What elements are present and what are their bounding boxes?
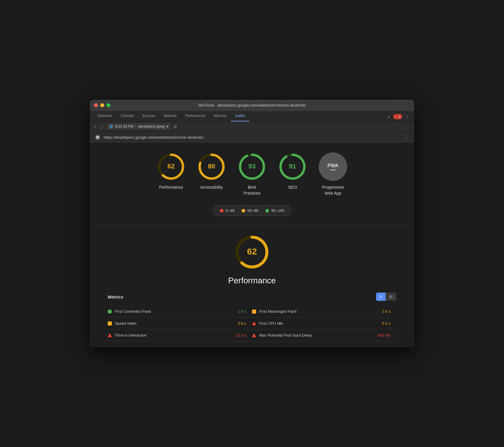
fcp-label: First Contentful Paint xyxy=(115,309,151,314)
metric-cell: First CPU Idle 6.5 s xyxy=(252,318,396,329)
gauge-svg-accessibility: 80 xyxy=(197,152,226,181)
page-favicon: 🌐 xyxy=(109,124,113,129)
gauge-label-accessibility: Accessibility xyxy=(200,185,223,190)
more-tabs-button[interactable]: » xyxy=(386,114,391,120)
tab-console[interactable]: Console xyxy=(117,111,138,121)
audits-panel: 62 Performance 80 Accessibility xyxy=(90,143,414,225)
mpfid-value: 400 ms xyxy=(378,333,396,337)
settings-icon[interactable]: ⊘ xyxy=(173,124,177,129)
gauge-label-best-practices: BestPractices xyxy=(243,185,261,196)
window-title: DevTools - developers.google.com/web/too… xyxy=(198,103,306,107)
toggle-list-btn[interactable]: ≡ xyxy=(376,293,386,301)
metric-cell: Speed Index 3.9 s xyxy=(108,318,252,329)
metric-item-si: Speed Index 3.9 s xyxy=(108,321,252,326)
gauge-label-pwa: ProgressiveWeb App xyxy=(322,185,344,196)
perf-big-gauge: 62 xyxy=(234,234,270,271)
view-toggle: ≡ ⊞ xyxy=(376,293,396,301)
table-row: Speed Index 3.9 s First CPU Idle 6.5 s xyxy=(108,318,396,329)
legend-label-orange: 50–89 xyxy=(248,208,258,213)
pwa-circle: PWA xyxy=(319,152,347,181)
gauges-row: 62 Performance 80 Accessibility xyxy=(157,152,347,196)
metric-item-tti: Time to Interactive 10.3 s xyxy=(108,333,252,337)
address-bar-area: ⊹ ⬚ 🌐 9:01:34 PM - developers.goog ▾ ⊘ xyxy=(90,122,414,132)
metric-cell: Time to Interactive 10.3 s xyxy=(108,329,252,341)
tab-sources[interactable]: Sources xyxy=(138,111,159,121)
close-button[interactable] xyxy=(94,103,98,107)
maximize-button[interactable] xyxy=(107,103,110,107)
legend-item-green: 90–100 xyxy=(265,208,284,213)
tab-network[interactable]: Network xyxy=(159,111,181,121)
list-icon: ≡ xyxy=(380,294,382,299)
devtools-more-btn[interactable]: ⋮ xyxy=(404,134,409,141)
fmp-value: 2.6 s xyxy=(382,309,396,314)
device-toolbar-icon[interactable]: ⬚ xyxy=(100,124,104,129)
fcp-icon xyxy=(108,310,112,314)
error-icon: ✕ xyxy=(395,115,398,119)
devtools-url-bar: 🅐 https://developers.google.com/web/tool… xyxy=(90,132,414,143)
grid-icon: ⊞ xyxy=(389,294,393,299)
gauge-accessibility: 80 Accessibility xyxy=(197,152,226,196)
tab-memory[interactable]: Memory xyxy=(210,111,231,121)
perf-detail: 62 Performance Metrics ≡ ⊞ xyxy=(90,225,414,347)
perf-section-title: Performance xyxy=(228,276,276,285)
fmp-icon xyxy=(252,310,256,314)
svg-text:80: 80 xyxy=(208,162,215,170)
toggle-grid-btn[interactable]: ⊞ xyxy=(386,293,396,301)
browser-window: DevTools - developers.google.com/web/too… xyxy=(90,100,414,347)
gauge-pwa: PWA ProgressiveWeb App xyxy=(319,152,347,196)
traffic-lights xyxy=(94,103,110,107)
devtools-tabs: Elements Console Sources Network Perform… xyxy=(93,111,386,121)
tab-bar-icons: » ✕ 2 ⋮ xyxy=(386,114,411,121)
url-display: 🌐 9:01:34 PM - developers.goog ▾ xyxy=(107,124,170,129)
error-count: 2 xyxy=(399,115,400,118)
legend-item-orange: 50–89 xyxy=(242,208,258,213)
legend-dot-red xyxy=(220,209,223,212)
gauge-label-seo: SEO xyxy=(288,185,297,190)
legend-item-red: 0–49 xyxy=(220,208,234,213)
legend-label-red: 0–49 xyxy=(226,208,234,213)
metric-item-fci: First CPU Idle 6.5 s xyxy=(252,321,396,326)
tab-audits[interactable]: Audits xyxy=(231,111,249,121)
metrics-section: Metrics ≡ ⊞ xyxy=(90,293,414,341)
fci-value: 6.5 s xyxy=(382,321,396,326)
legend: 0–49 50–89 90–100 xyxy=(212,205,292,216)
svg-text:91: 91 xyxy=(289,162,296,170)
legend-dot-orange xyxy=(242,209,245,212)
devtools-menu-button[interactable]: ⋮ xyxy=(404,114,411,120)
svg-text:62: 62 xyxy=(247,246,257,256)
legend-dot-green xyxy=(265,209,269,212)
table-row: First Contentful Paint 1.9 s First Meani… xyxy=(108,306,396,318)
metrics-title: Metrics xyxy=(108,294,123,299)
minimize-button[interactable] xyxy=(100,103,104,107)
si-label: Speed Index xyxy=(115,321,137,326)
error-badge[interactable]: ✕ 2 xyxy=(393,114,402,119)
tab-performance[interactable]: Performance xyxy=(181,111,210,121)
fci-label: First CPU Idle xyxy=(259,321,283,326)
gauge-svg-best-practices: 93 xyxy=(238,152,266,181)
si-icon xyxy=(108,321,112,326)
svg-text:62: 62 xyxy=(168,162,175,170)
gauge-label-performance: Performance xyxy=(159,185,183,190)
pwa-dash xyxy=(330,170,336,170)
fci-icon xyxy=(252,321,256,325)
pwa-label: PWA xyxy=(328,163,338,168)
title-bar: DevTools - developers.google.com/web/too… xyxy=(90,100,414,111)
inspect-icon[interactable]: ⊹ xyxy=(93,124,97,129)
tab-elements[interactable]: Elements xyxy=(93,111,117,121)
gauge-svg-seo: 91 xyxy=(278,152,307,181)
mpfid-label: Max Potential First Input Delay xyxy=(259,333,312,337)
tti-label: Time to Interactive xyxy=(115,333,146,337)
metrics-table: First Contentful Paint 1.9 s First Meani… xyxy=(108,306,396,341)
mpfid-icon xyxy=(252,333,256,337)
metric-item-mpfid: Max Potential First Input Delay 400 ms xyxy=(252,333,396,337)
tti-value: 10.3 s xyxy=(236,333,252,337)
big-gauge-svg: 62 xyxy=(234,234,270,270)
gauge-performance: 62 Performance xyxy=(157,152,185,196)
main-content: 🅐 https://developers.google.com/web/tool… xyxy=(90,132,414,347)
url-separator: - xyxy=(135,124,136,129)
fmp-label: First Meaningful Paint xyxy=(259,309,297,314)
svg-text:93: 93 xyxy=(248,162,256,170)
url-time: 9:01:34 PM xyxy=(115,124,133,129)
metric-cell: First Meaningful Paint 2.6 s xyxy=(252,306,396,318)
url-dropdown-icon[interactable]: ▾ xyxy=(166,124,168,129)
